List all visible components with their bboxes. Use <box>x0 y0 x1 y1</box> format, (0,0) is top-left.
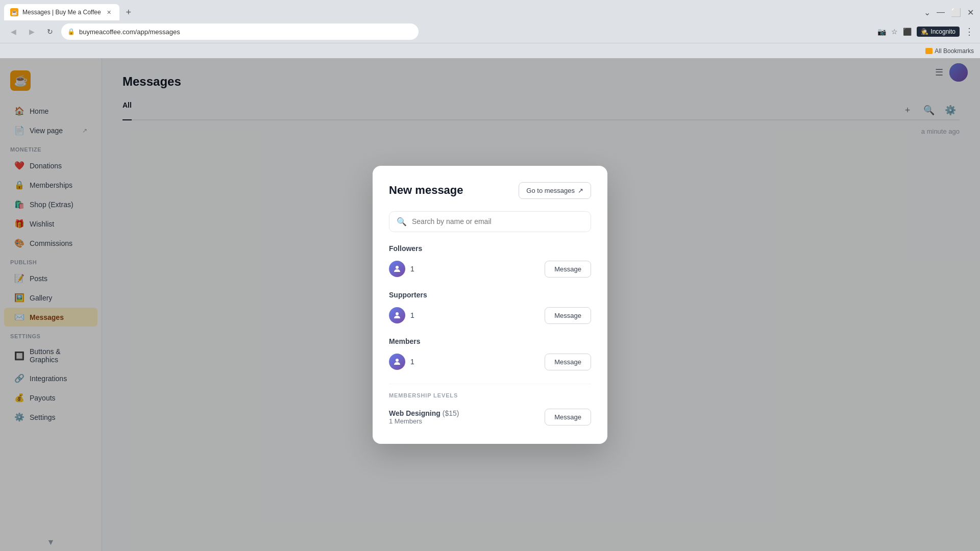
supporters-message-button[interactable]: Message <box>545 307 591 324</box>
star-icon[interactable]: ☆ <box>891 28 898 36</box>
membership-levels-label: MEMBERSHIP LEVELS <box>389 392 591 398</box>
bookmarks-bar: All Bookmarks <box>0 43 980 58</box>
supporters-group: Supporters 1 Message <box>389 291 591 327</box>
followers-info: 1 <box>389 261 414 277</box>
back-button[interactable]: ◀ <box>6 24 20 39</box>
reload-button[interactable]: ↻ <box>43 24 57 39</box>
tab-group-icon[interactable]: ⬛ <box>903 28 912 36</box>
go-to-messages-label: Go to messages <box>526 187 575 194</box>
members-group: Members 1 Message <box>389 337 591 373</box>
followers-row: 1 Message <box>389 258 591 281</box>
supporters-avatar <box>389 307 405 323</box>
bookmarks-label: All Bookmarks <box>935 47 974 55</box>
close-window-icon[interactable]: ✕ <box>967 8 974 17</box>
bookmark-folder-icon <box>925 48 933 54</box>
modal-overlay[interactable]: New message Go to messages ↗ 🔍 Followers <box>0 58 980 551</box>
incognito-label: Incognito <box>930 28 955 35</box>
external-link-icon: ↗ <box>578 187 583 194</box>
supporters-info: 1 <box>389 307 414 323</box>
modal-header: New message Go to messages ↗ <box>389 182 591 199</box>
followers-count: 1 <box>410 265 414 273</box>
search-icon: 🔍 <box>397 217 407 227</box>
maximize-icon[interactable]: ⬜ <box>951 8 961 17</box>
supporters-label: Supporters <box>389 291 591 299</box>
forward-button[interactable]: ▶ <box>24 24 39 39</box>
menu-icon[interactable]: ⋮ <box>965 26 974 37</box>
svg-point-1 <box>396 312 399 315</box>
svg-point-0 <box>396 266 399 269</box>
followers-avatar <box>389 261 405 277</box>
membership-price: ($15) <box>443 409 459 417</box>
incognito-badge: 🕵 Incognito <box>917 27 960 37</box>
members-message-button[interactable]: Message <box>545 354 591 370</box>
camera-off-icon: 📷 <box>877 28 886 36</box>
address-bar[interactable]: 🔒 buymeacoffee.com/app/messages <box>61 23 419 40</box>
tab-controls: ⌄ — ⬜ ✕ <box>924 8 980 17</box>
url-text: buymeacoffee.com/app/messages <box>79 28 180 36</box>
all-bookmarks[interactable]: All Bookmarks <box>925 47 974 55</box>
minimize-icon[interactable]: — <box>937 8 945 17</box>
incognito-icon: 🕵 <box>921 28 928 35</box>
tab-list-icon[interactable]: ⌄ <box>924 8 930 17</box>
supporters-row: 1 Message <box>389 304 591 327</box>
followers-group: Followers 1 Message <box>389 244 591 281</box>
search-box: 🔍 <box>389 211 591 232</box>
address-bar-row: ◀ ▶ ↻ 🔒 buymeacoffee.com/app/messages 📷 … <box>0 20 980 43</box>
members-row: 1 Message <box>389 350 591 373</box>
modal-divider <box>389 384 591 384</box>
go-to-messages-button[interactable]: Go to messages ↗ <box>519 182 591 199</box>
membership-info: Web Designing ($15) 1 Members <box>389 409 459 425</box>
browser-chrome: ☕ Messages | Buy Me a Coffee ✕ + ⌄ — ⬜ ✕… <box>0 0 980 58</box>
tab-title: Messages | Buy Me a Coffee <box>22 9 101 16</box>
members-count: 1 <box>410 358 414 366</box>
web-designing-message-button[interactable]: Message <box>545 409 591 425</box>
tab-favicon: ☕ <box>10 8 18 16</box>
tab-bar: ☕ Messages | Buy Me a Coffee ✕ + ⌄ — ⬜ ✕ <box>0 0 980 20</box>
svg-point-2 <box>396 359 399 362</box>
members-avatar <box>389 354 405 370</box>
membership-name: Web Designing ($15) <box>389 409 459 417</box>
members-label: Members <box>389 337 591 345</box>
members-info: 1 <box>389 354 414 370</box>
membership-web-designing-row: Web Designing ($15) 1 Members Message <box>389 407 591 428</box>
new-tab-button[interactable]: + <box>121 5 136 19</box>
modal-title: New message <box>389 184 463 197</box>
followers-label: Followers <box>389 244 591 253</box>
new-message-modal: New message Go to messages ↗ 🔍 Followers <box>373 166 607 444</box>
tab-close-button[interactable]: ✕ <box>105 8 113 16</box>
supporters-count: 1 <box>410 311 414 319</box>
active-tab[interactable]: ☕ Messages | Buy Me a Coffee ✕ <box>4 4 119 20</box>
lock-icon: 🔒 <box>67 28 75 35</box>
search-input[interactable] <box>412 217 583 226</box>
followers-message-button[interactable]: Message <box>545 261 591 278</box>
membership-count: 1 Members <box>389 417 459 425</box>
